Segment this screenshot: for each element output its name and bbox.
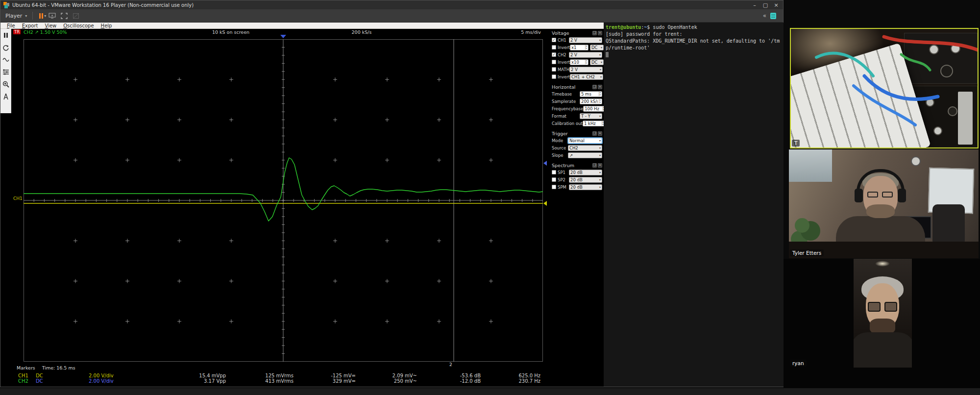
panel-row: SPM20 dB▾ xyxy=(552,183,602,191)
trigger-level-marker[interactable] xyxy=(543,161,547,166)
panel-label: MATH xyxy=(558,67,569,72)
spinbox-calibration out[interactable]: 1 kHz▴▾ xyxy=(583,121,605,126)
spin-arrows[interactable]: ▴▾ xyxy=(599,92,601,96)
guest-desktop: FileExportViewOscilloscopeHelp xyxy=(0,23,784,387)
zoom-in-icon[interactable] xyxy=(1,79,10,89)
spinbox-timebase[interactable]: 5 ms▴▾ xyxy=(580,91,602,97)
checkbox-invert[interactable] xyxy=(552,60,556,64)
fullscreen-icon[interactable] xyxy=(61,13,68,19)
combo-sp2[interactable]: 20 dB▾ xyxy=(569,177,602,183)
combo-mode[interactable]: Normal▾ xyxy=(568,138,602,144)
spin-arrows[interactable]: ▴▾ xyxy=(585,45,587,49)
panel-row: ✓CH22 V▾ xyxy=(552,51,602,58)
spin-arrows[interactable]: ▴▾ xyxy=(585,60,587,64)
maximize-button[interactable]: ▢ xyxy=(761,2,769,8)
combo-sp1[interactable]: 20 dB▾ xyxy=(569,170,602,175)
menu-item-help[interactable]: Help xyxy=(98,23,116,28)
spinbox-invert[interactable]: x1▴▾ xyxy=(570,45,588,50)
window-light xyxy=(789,149,832,182)
chevron-down-icon: ▾ xyxy=(599,178,601,181)
headphone-cup xyxy=(855,189,863,202)
checkbox-sp2[interactable] xyxy=(552,177,556,182)
terminal-line: p/runtime-root' xyxy=(606,45,782,51)
minimize-button[interactable]: – xyxy=(751,2,759,8)
panel-header: Trigger❏× xyxy=(552,130,602,137)
measurement-value: 625.0 Hz xyxy=(472,373,540,378)
video-feed-ryan[interactable]: ryan xyxy=(784,259,980,395)
panel-float-button[interactable]: ❏ xyxy=(592,85,597,89)
measurement-value: 2.00 V/div xyxy=(89,373,133,378)
pause-vm-button[interactable] xyxy=(39,13,43,19)
panel-row: ✓CH12 V▾ xyxy=(552,36,602,44)
participant-name-badge: ryan xyxy=(790,360,807,367)
bottom-edge-strip xyxy=(0,388,980,395)
library-icon[interactable] xyxy=(770,13,776,19)
combo-spm[interactable]: 20 dB▾ xyxy=(569,184,602,190)
combo-ch1[interactable]: 2 V▾ xyxy=(569,37,602,43)
combo-ch2[interactable]: 2 V▾ xyxy=(569,52,602,58)
checkbox-ch2[interactable]: ✓ xyxy=(552,52,556,57)
control-panel-dock: Voltage❏×✓CH12 V▾Invertx1▴▾DC▾✓CH22 V▾In… xyxy=(550,29,604,379)
panel-close-button[interactable]: × xyxy=(598,31,602,35)
chevron-down-icon: ▾ xyxy=(599,146,601,149)
trigger-position-marker[interactable] xyxy=(280,35,286,38)
pause-acquisition-icon[interactable] xyxy=(1,30,10,40)
panel-label: Format xyxy=(552,114,566,119)
chevron-down-icon: ▾ xyxy=(599,185,601,189)
channel-levels-icon[interactable] xyxy=(1,67,10,77)
panel-close-button[interactable]: × xyxy=(598,131,602,136)
measurement-row: CH2DC2.00 V/div3.17 Vpp413 mVrms329 mV=2… xyxy=(0,378,549,384)
snapshot-icon-disabled xyxy=(73,13,79,19)
spinbox-frequencybase[interactable]: 100 Hz▴▾ xyxy=(583,106,606,112)
portrait-video xyxy=(854,259,912,368)
video-feed-synth[interactable]: T xyxy=(790,28,979,148)
participant-name-badge: T xyxy=(792,140,800,147)
refresh-icon[interactable] xyxy=(1,43,10,52)
video-feed-tyler[interactable]: Tyler Etters xyxy=(789,149,979,258)
checkbox-invert[interactable] xyxy=(552,74,556,79)
ch1-edge-label: CH1 xyxy=(13,196,23,201)
panel-float-button[interactable]: ❏ xyxy=(592,31,597,35)
player-menu-button[interactable]: Player ▾ xyxy=(3,12,29,20)
spin-arrows[interactable]: ▴▾ xyxy=(599,99,601,103)
pause-dropdown-icon[interactable]: ▾ xyxy=(44,14,46,18)
menu-item-oscilloscope[interactable]: Oscilloscope xyxy=(60,23,97,28)
combo-source[interactable]: CH2▾ xyxy=(568,145,602,151)
combo-invert[interactable]: DC▾ xyxy=(590,59,604,65)
combo-invert[interactable]: CH1 + CH2▾ xyxy=(570,74,603,80)
checkbox-spm[interactable] xyxy=(552,185,556,189)
terminal-window[interactable]: trent@ubuntu:~$ sudo OpenHantek[sudo] pa… xyxy=(604,23,784,387)
menu-item-view[interactable]: View xyxy=(42,23,60,28)
panel-close-button[interactable]: × xyxy=(598,85,602,89)
menu-item-file[interactable]: File xyxy=(3,23,19,28)
measure-marker-icon[interactable] xyxy=(1,92,10,101)
spinbox-samplerate[interactable]: 200 kS/s▴▾ xyxy=(580,99,602,104)
panel-spectrum: Spectrum❏×SP120 dB▾SP220 dB▾SPM20 dB▾ xyxy=(552,162,602,191)
panel-float-button[interactable]: ❏ xyxy=(592,163,597,168)
panel-row: Slope↗▾ xyxy=(552,151,602,159)
combo-math[interactable]: 2 V▾ xyxy=(569,67,603,73)
combo-slope[interactable]: ↗▾ xyxy=(568,152,602,158)
close-button[interactable]: × xyxy=(772,2,780,8)
chevron-down-icon: ▾ xyxy=(600,68,601,71)
checkbox-ch1[interactable]: ✓ xyxy=(552,38,556,42)
panel-close-button[interactable]: × xyxy=(598,163,602,168)
panel-header: Voltage❏× xyxy=(552,30,602,36)
spinbox-invert[interactable]: x10▴▾ xyxy=(570,59,588,65)
chevron-down-icon: ▾ xyxy=(599,153,601,157)
menu-item-export[interactable]: Export xyxy=(19,23,42,28)
panel-title: Horizontal xyxy=(552,84,576,90)
combo-format[interactable]: T - Y▾ xyxy=(580,113,602,119)
checkbox-sp1[interactable] xyxy=(552,170,556,174)
panel-float-button[interactable]: ❏ xyxy=(592,131,597,136)
send-ctrl-alt-del-icon[interactable] xyxy=(49,13,56,19)
checkbox-math[interactable] xyxy=(552,67,556,72)
checkbox-invert[interactable] xyxy=(552,45,556,49)
combo-invert[interactable]: DC▾ xyxy=(590,45,604,50)
waveform-icon[interactable] xyxy=(1,55,10,65)
collapse-toolbar-icon[interactable]: « xyxy=(763,12,766,19)
ch1-level-marker[interactable] xyxy=(543,201,547,206)
panel-title: Trigger xyxy=(552,131,568,136)
title-bar: Ubuntu 64-bit - VMware Workstation 16 Pl… xyxy=(0,0,783,9)
measurement-value: 413 mVrms xyxy=(223,378,294,384)
